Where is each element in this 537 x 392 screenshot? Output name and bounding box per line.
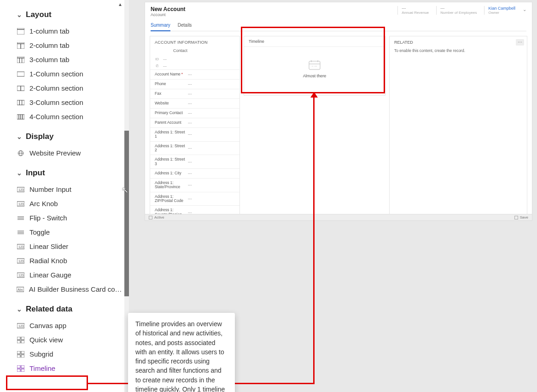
ai-card-icon: Abc — [17, 286, 24, 293]
header-field-owner[interactable]: Kian Campbell Owner — [484, 6, 519, 15]
svg-text:123: 123 — [18, 202, 24, 206]
radial-knob-icon: 123 — [17, 257, 25, 265]
timeline-control[interactable]: Timeline Almost there — [244, 36, 385, 96]
svg-rect-12 — [17, 100, 19, 105]
component-4-column-section[interactable]: 4-Column section — [17, 110, 123, 124]
svg-rect-1 — [17, 29, 24, 35]
field-address-state[interactable]: Address 1: State/Province--- — [150, 178, 239, 192]
form-footer: Active Save — [145, 214, 532, 220]
section-related-data[interactable]: ⌄ Related data — [17, 305, 123, 314]
component-toggle[interactable]: Toggle — [17, 225, 123, 239]
scroll-up-arrow[interactable]: ▲ — [118, 2, 123, 7]
field-fax[interactable]: Fax--- — [150, 89, 239, 98]
field-primary-contact[interactable]: Primary Contact--- — [150, 108, 239, 118]
mouse-cursor-icon: ↖ — [122, 185, 128, 195]
component-1-column-tab[interactable]: 1-column tab — [17, 24, 123, 38]
timeline-empty-message: Almost there — [244, 74, 385, 78]
phone-icon: ✆ — [155, 64, 159, 68]
component-linear-gauge[interactable]: 123 Linear Gauge — [17, 268, 123, 282]
section-3col-icon — [17, 99, 25, 106]
related-section[interactable]: ⋯ RELATED To enable this content, create… — [389, 36, 527, 219]
account-info-section[interactable]: ACCOUNT INFORMATION Contact ID--- ✆--- A… — [150, 36, 240, 219]
sidebar-scrollbar-thumb[interactable] — [124, 131, 129, 296]
contact-subheading: Contact — [150, 47, 239, 56]
header-expand-caret[interactable]: ⌄ — [523, 6, 526, 15]
component-quick-view[interactable]: Quick view — [17, 333, 123, 347]
field-address-street-1[interactable]: Address 1: Street 1--- — [150, 127, 239, 141]
section-2col-icon — [17, 85, 25, 92]
footer-status-icon — [149, 216, 152, 219]
svg-rect-6 — [17, 58, 19, 63]
svg-rect-16 — [19, 115, 21, 119]
component-arc-knob[interactable]: 123 Arc Knob — [17, 196, 123, 211]
field-account-name[interactable]: Account Name*--- — [150, 69, 239, 79]
component-linear-slider[interactable]: 123 Linear Slider — [17, 239, 123, 254]
tab-details[interactable]: Details — [178, 21, 192, 31]
form-subtitle: Account — [151, 12, 186, 17]
footer-save[interactable]: Save — [520, 215, 528, 219]
svg-rect-42 — [17, 337, 20, 340]
section-1col-icon — [17, 70, 25, 78]
component-subgrid[interactable]: Subgrid — [17, 347, 123, 361]
component-ai-builder-card[interactable]: Abc AI Builder Business Card contr… — [17, 282, 123, 296]
svg-rect-49 — [21, 355, 24, 357]
field-address-zip[interactable]: Address 1: ZIP/Postal Code--- — [150, 192, 239, 206]
component-radial-knob[interactable]: 123 Radial Knob — [17, 254, 123, 268]
tab-2col-icon — [17, 42, 25, 49]
svg-text:123: 123 — [18, 245, 24, 248]
field-website[interactable]: Website--- — [150, 98, 239, 108]
related-message: To enable this content, create the recor… — [394, 48, 522, 53]
component-2-column-tab[interactable]: 2-column tab — [17, 38, 123, 52]
svg-rect-44 — [17, 340, 20, 343]
toggle-icon — [17, 229, 25, 236]
svg-rect-17 — [21, 115, 23, 119]
component-timeline[interactable]: Timeline — [17, 361, 123, 375]
timeline-icon — [17, 365, 25, 372]
chevron-down-icon: ⌄ — [17, 11, 23, 18]
svg-rect-53 — [21, 369, 24, 372]
tab-summary[interactable]: Summary — [151, 21, 170, 31]
footer-status: Active — [154, 215, 164, 219]
component-website-preview[interactable]: Website Preview — [17, 146, 123, 160]
section-4col-icon — [17, 113, 25, 121]
field-phone[interactable]: Phone--- — [150, 79, 239, 89]
header-field-annual-revenue[interactable]: --- Annual Revenue — [397, 6, 432, 15]
annotation-arrow-vertical — [313, 93, 315, 384]
svg-rect-13 — [19, 100, 22, 105]
svg-rect-48 — [17, 355, 20, 357]
component-2-column-section[interactable]: 2-Column section — [17, 81, 123, 95]
svg-rect-50 — [17, 365, 20, 368]
section-input[interactable]: ⌄ Input — [17, 168, 123, 178]
field-parent-account[interactable]: Parent Account--- — [150, 118, 239, 127]
svg-rect-43 — [21, 337, 24, 340]
svg-rect-9 — [17, 72, 24, 76]
svg-text:123: 123 — [18, 188, 24, 191]
header-field-employees[interactable]: --- Number of Employees — [436, 6, 480, 15]
component-flip-switch[interactable]: Flip - Switch — [17, 211, 123, 225]
component-number-input[interactable]: 123 Number Input — [17, 182, 123, 196]
footer-save-icon — [514, 216, 518, 219]
component-1-column-section[interactable]: 1-Column section — [17, 67, 123, 81]
id-icon: ID — [155, 57, 159, 61]
svg-rect-3 — [17, 44, 21, 49]
chevron-down-icon: ⌄ — [17, 306, 23, 313]
related-more-button[interactable]: ⋯ — [516, 39, 524, 46]
svg-rect-54 — [309, 61, 320, 69]
component-3-column-tab[interactable]: 3-column tab — [17, 52, 123, 67]
tab-3col-icon — [17, 56, 25, 63]
field-address-street-3[interactable]: Address 1: Street 3--- — [150, 155, 239, 168]
svg-rect-46 — [17, 351, 20, 354]
section-input-title: Input — [26, 168, 45, 178]
svg-text:123: 123 — [18, 259, 24, 263]
field-address-street-2[interactable]: Address 1: Street 2--- — [150, 141, 239, 155]
timeline-title: Timeline — [244, 36, 385, 47]
components-sidebar: ▲ ⌄ Layout 1-column tab 2-column tab 3-c… — [0, 0, 129, 392]
section-display[interactable]: ⌄ Display — [17, 132, 123, 141]
related-title: RELATED — [394, 40, 522, 45]
component-canvas-app[interactable]: 123 Canvas app — [17, 318, 123, 333]
svg-rect-8 — [22, 58, 24, 63]
field-address-city[interactable]: Address 1: City--- — [150, 168, 239, 178]
section-layout[interactable]: ⌄ Layout — [17, 10, 123, 19]
arc-knob-icon: 123 — [17, 200, 25, 208]
component-3-column-section[interactable]: 3-Column section — [17, 95, 123, 110]
